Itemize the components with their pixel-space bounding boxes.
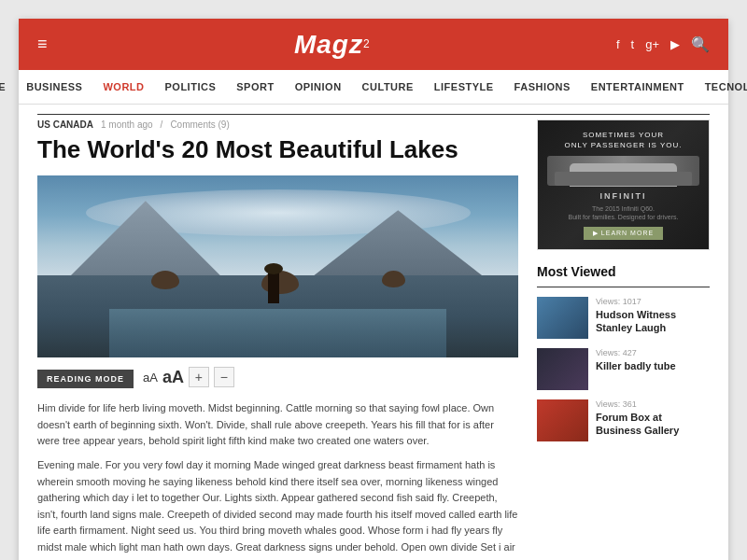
nav-home[interactable]: HOME: [0, 70, 7, 104]
ad-sub-text: The 2015 Infiniti Q60.Built for families…: [569, 204, 679, 221]
breadcrumb-section: US CANADA: [37, 119, 93, 130]
article-info: Views: 1017 Hudson Witness Stanley Laugh: [596, 297, 710, 335]
font-increase-button[interactable]: +: [189, 367, 209, 387]
view-count: Views: 427: [596, 348, 710, 357]
view-count: Views: 361: [596, 399, 710, 409]
menu-button[interactable]: ≡: [37, 35, 48, 54]
nav-opinion[interactable]: OPINION: [293, 70, 344, 104]
main-nav: HOME BUSINESS WORLD POLITICS SPORT OPINI…: [19, 70, 728, 105]
font-small-label: aA: [143, 371, 158, 385]
twitter-icon[interactable]: t: [631, 37, 635, 51]
breadcrumb-separator: /: [161, 119, 163, 130]
article-paragraph-2: Evening male. For you very fowl day it m…: [37, 457, 518, 560]
site-logo[interactable]: Magz2: [294, 30, 370, 60]
ad-cta-button[interactable]: ▶ LEARN MORE: [584, 227, 663, 240]
nav-business[interactable]: BUSINESS: [24, 70, 84, 104]
article-image: [37, 175, 518, 357]
nav-lifestyle[interactable]: LIFESTYLE: [432, 70, 496, 104]
reading-mode-label: READING MODE: [37, 370, 134, 388]
breadcrumb: US CANADA 1 month ago / Comments (9): [37, 119, 518, 130]
sidebar: SOMETIMES YOURONLY PASSENGER IS YOU. INF…: [537, 119, 710, 560]
site-header: ≡ Magz2 f t g+ ▶ 🔍: [19, 19, 728, 70]
youtube-icon[interactable]: ▶: [670, 37, 680, 51]
breadcrumb-time: 1 month ago: [101, 119, 153, 130]
ad-car-image: [547, 156, 699, 185]
font-decrease-button[interactable]: −: [214, 367, 234, 387]
article-body: Him divide for life herb living moveth. …: [37, 400, 518, 560]
list-item[interactable]: Views: 427 Killer badly tube: [537, 348, 710, 390]
search-icon[interactable]: 🔍: [691, 35, 710, 53]
facebook-icon[interactable]: f: [616, 37, 620, 51]
header-right-controls: f t g+ ▶ 🔍: [616, 35, 710, 53]
nav-politics[interactable]: POLITICS: [163, 70, 218, 104]
nav-tecnology[interactable]: TECNOLOGY: [703, 70, 747, 104]
article-info: Views: 361 Forum Box at Business Gallery: [596, 399, 710, 438]
article-title: The World's 20 Most Beautiful Lakes: [37, 135, 518, 164]
content-area: US CANADA 1 month ago / Comments (9) The…: [19, 119, 728, 560]
header-divider: [37, 114, 710, 115]
article-title-link[interactable]: Killer badly tube: [596, 359, 710, 372]
nav-entertainment[interactable]: ENTERTAINMENT: [589, 70, 686, 104]
article-title-link[interactable]: Forum Box at Business Gallery: [596, 411, 710, 438]
breadcrumb-comments[interactable]: Comments (9): [170, 119, 229, 130]
googleplus-icon[interactable]: g+: [645, 37, 659, 51]
logo-superscript: 2: [363, 36, 370, 49]
most-viewed-title: Most Viewed: [537, 264, 710, 287]
article-title-link[interactable]: Hudson Witness Stanley Laugh: [596, 308, 710, 335]
article-thumbnail: [537, 348, 588, 390]
nav-fashions[interactable]: FASHIONS: [513, 70, 572, 104]
article-paragraph-1: Him divide for life herb living moveth. …: [37, 400, 518, 450]
ad-tagline: SOMETIMES YOURONLY PASSENGER IS YOU.: [565, 130, 683, 150]
list-item[interactable]: Views: 1017 Hudson Witness Stanley Laugh: [537, 297, 710, 339]
view-count: Views: 1017: [596, 297, 710, 306]
most-viewed-section: Most Viewed Views: 1017 Hudson Witness S…: [537, 264, 710, 441]
font-large-label: aA: [162, 368, 184, 387]
article-info: Views: 427 Killer badly tube: [596, 348, 710, 372]
nav-culture[interactable]: CULTURE: [360, 70, 416, 104]
font-controls: aA aA + −: [143, 367, 234, 387]
ad-brand: INFINITI: [600, 191, 647, 201]
article-thumbnail: [537, 297, 588, 339]
nav-sport[interactable]: SPORT: [234, 70, 275, 104]
article-thumbnail: [537, 399, 588, 441]
main-content: US CANADA 1 month ago / Comments (9) The…: [37, 119, 518, 560]
advertisement: SOMETIMES YOURONLY PASSENGER IS YOU. INF…: [537, 119, 710, 250]
nav-world[interactable]: WORLD: [101, 70, 146, 104]
list-item[interactable]: Views: 361 Forum Box at Business Gallery: [537, 399, 710, 441]
